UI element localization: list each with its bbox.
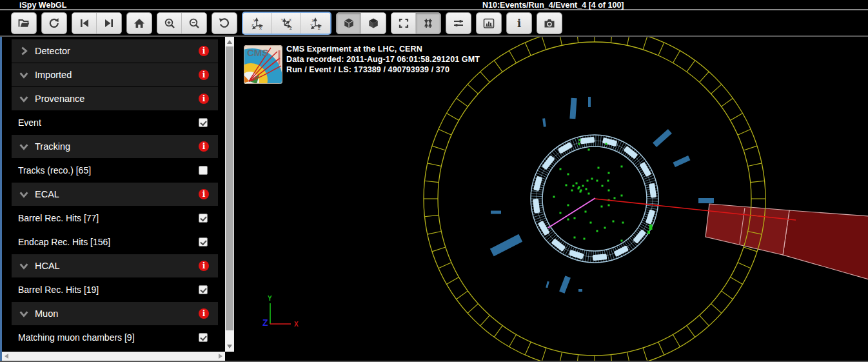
tree-header-imported[interactable]: Importedi [12,63,218,86]
tree-row-label: Muon [35,308,58,319]
ecal-barrel-hit [593,254,607,261]
info-badge-icon[interactable]: i [199,308,209,319]
tree-header-provenance[interactable]: Provenancei [12,87,218,110]
matching-muon-chambers [705,204,868,279]
zoom-in-button[interactable] [157,13,182,34]
toolbar-button-group [446,12,471,34]
reload-button[interactable] [42,13,66,34]
endcap-hit [613,221,615,223]
endcap-hit [588,149,590,151]
svg-text:i: i [517,17,521,29]
enlarge-window-button[interactable] [391,13,416,34]
cms-logo: CMS [244,45,282,84]
sliders-icon [452,17,465,30]
tree-row-label: Tracks (reco.) [65] [18,165,91,176]
toolbar-button-group [72,12,122,34]
chevron-down-icon[interactable] [18,69,30,81]
event-path-title: N10:Events/Run_4/Event_4 [4 of 100] [482,1,624,10]
endcap-hit [567,174,569,176]
tree-header-detector[interactable]: Detectori [12,39,218,63]
chevron-down-icon[interactable] [18,141,30,152]
hcal-hit [490,234,522,256]
wireframe-cube-button[interactable] [337,13,361,34]
tree-header-tracking[interactable]: Trackingi [12,135,218,158]
svg-text:X: X [311,18,314,22]
endcap-hit [597,230,598,232]
x-axis-label: X [294,321,299,328]
chevron-down-icon[interactable] [18,188,30,200]
screenshot-button[interactable] [537,13,562,34]
sidebar-vertical-scrollbar[interactable] [225,37,234,352]
tree-header-hcal[interactable]: HCALi [12,254,218,277]
info-button[interactable]: i [507,13,531,34]
next-event-button[interactable] [97,13,121,34]
tree-header-muon[interactable]: Muoni [12,302,218,325]
hcal-hit [588,97,591,107]
info-badge-icon[interactable]: i [199,94,209,104]
tree-row-label: Detector [35,46,70,56]
perspective-view-button[interactable]: YXZ [272,13,301,34]
chevron-right-icon[interactable] [18,45,30,57]
info-badge-icon[interactable]: i [199,141,209,152]
endcap-hit [587,180,589,182]
info-badge-icon[interactable]: i [199,261,209,271]
endcap-hit [553,196,555,198]
muon-chamber-box-far [783,210,868,279]
home-view-button[interactable] [127,13,152,34]
3d-viewport[interactable]: YXZ CMS [234,37,868,361]
tree-row-label: Tracking [35,141,70,152]
open-file-button[interactable] [12,13,36,34]
toolbar-button-group: YXZYXZXZY [242,12,331,35]
info-badge-icon[interactable]: i [199,189,209,199]
zoom-out-button[interactable] [182,13,206,34]
endcap-hit [567,205,569,206]
info-badge-icon[interactable]: i [199,46,209,56]
endcap-hit [606,143,607,145]
chevron-down-icon[interactable] [18,260,30,272]
axes-xz-icon: XZY [310,17,322,30]
hcal-hit [559,276,571,293]
hcal-hit [653,129,672,147]
chevron-down-icon[interactable] [18,93,30,105]
settings-sliders-button[interactable] [446,13,471,34]
endcap-hit [560,212,562,214]
visibility-checkbox[interactable] [199,333,208,342]
shrink-window-button[interactable] [416,13,440,34]
visibility-checkbox[interactable] [199,214,208,223]
scroll-left-arrow-icon[interactable] [5,354,8,359]
rotate-view-button[interactable] [212,13,237,34]
chevron-down-icon[interactable] [18,308,30,319]
histogram-button[interactable] [477,13,501,34]
endcap-hit [582,185,584,187]
scroll-up-arrow-icon[interactable] [227,40,232,44]
endcap-hit [574,237,576,239]
info-badge-icon[interactable]: i [199,70,209,80]
solid-cube-button[interactable] [361,13,386,34]
tree-item: Endcap Rec. Hits [156] [12,230,218,254]
tree-row-label: Imported [35,70,72,80]
hcal-hit [546,281,549,288]
visibility-checkbox[interactable] [199,166,208,175]
app-title: iSpy WebGL [19,1,66,10]
previous-event-button[interactable] [72,13,97,34]
scroll-right-arrow-icon[interactable] [219,354,222,359]
z-axis-label: Z [262,317,268,328]
event-display-scene[interactable]: YXZ [234,37,868,361]
visibility-checkbox[interactable] [199,285,208,294]
visibility-checkbox[interactable] [199,237,208,246]
endcap-hit [586,188,587,190]
xy-view-button[interactable]: YXZ [243,13,272,34]
tree-header-ecal[interactable]: ECALi [12,183,218,206]
xz-view-button[interactable]: XZY [301,13,330,34]
endcap-hit [608,190,610,192]
vertical-scroll-thumb[interactable] [226,46,233,330]
cube-solid-icon [367,17,380,30]
tree-row-label: HCAL [35,261,60,271]
endcap-hit [590,222,592,224]
chart-icon [482,17,495,30]
event-info-text: CMS Experiment at the LHC, CERN Data rec… [286,44,480,75]
sidebar-horizontal-scrollbar[interactable] [2,352,225,361]
endcap-hit [614,197,616,199]
scroll-down-arrow-icon[interactable] [227,345,232,348]
visibility-checkbox[interactable] [199,118,208,127]
